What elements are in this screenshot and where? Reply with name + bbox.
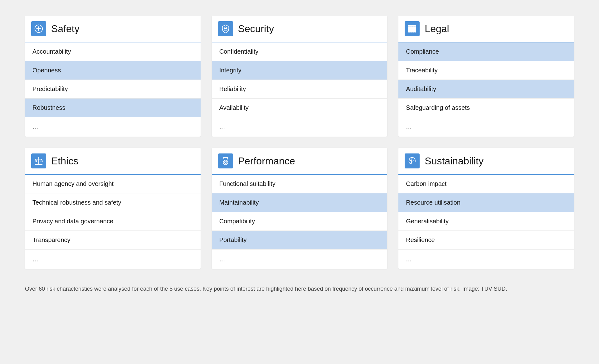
plus-circle-icon bbox=[31, 21, 46, 36]
card-item-ellipsis: ... bbox=[25, 117, 201, 137]
card-header-performance: Performance bbox=[212, 148, 387, 175]
card-item-security-3: Availability bbox=[212, 99, 387, 117]
svg-rect-3 bbox=[224, 28, 227, 31]
card-item-safety-3: Robustness bbox=[25, 99, 201, 117]
svg-rect-7 bbox=[412, 27, 414, 32]
card-item-ellipsis: ... bbox=[398, 250, 574, 269]
shield-lock-icon bbox=[218, 21, 233, 36]
card-ethics: EthicsHuman agency and oversightTechnica… bbox=[25, 148, 201, 269]
card-item-safety-2: Predictability bbox=[25, 80, 201, 99]
medal-icon bbox=[218, 153, 233, 168]
card-item-ellipsis: ... bbox=[212, 250, 387, 269]
card-title-safety: Safety bbox=[51, 23, 80, 35]
card-item-sustainability-2: Generalisability bbox=[398, 212, 574, 231]
svg-rect-8 bbox=[415, 27, 416, 32]
card-items-performance: Functional suitabilityMaintainabilityCom… bbox=[212, 175, 387, 269]
card-items-safety: AccountabilityOpennessPredictabilityRobu… bbox=[25, 42, 201, 137]
card-item-ethics-1: Technical robustness and safety bbox=[25, 193, 201, 212]
card-item-legal-1: Traceability bbox=[398, 61, 574, 80]
card-item-ellipsis: ... bbox=[212, 117, 387, 137]
card-items-sustainability: Carbon impactResource utilisationGeneral… bbox=[398, 175, 574, 269]
card-item-ethics-2: Privacy and data governance bbox=[25, 212, 201, 231]
card-item-performance-2: Compatibility bbox=[212, 212, 387, 231]
categories-grid: SafetyAccountabilityOpennessPredictabili… bbox=[25, 16, 574, 269]
card-item-legal-3: Safeguarding of assets bbox=[398, 99, 574, 117]
card-item-sustainability-1: Resource utilisation bbox=[398, 193, 574, 212]
card-item-performance-0: Functional suitability bbox=[212, 175, 387, 193]
card-item-safety-0: Accountability bbox=[25, 42, 201, 61]
card-title-sustainability: Sustainability bbox=[425, 155, 484, 167]
card-item-legal-2: Auditability bbox=[398, 80, 574, 99]
card-security: SecurityConfidentialityIntegrityReliabil… bbox=[212, 16, 387, 137]
card-items-security: ConfidentialityIntegrityReliabilityAvail… bbox=[212, 42, 387, 137]
card-item-performance-3: Portability bbox=[212, 231, 387, 250]
card-item-ethics-3: Transparency bbox=[25, 231, 201, 250]
card-item-ellipsis: ... bbox=[398, 117, 574, 137]
card-items-legal: ComplianceTraceabilityAuditabilitySafegu… bbox=[398, 42, 574, 137]
card-title-legal: Legal bbox=[425, 23, 449, 35]
leaf-icon bbox=[405, 153, 420, 168]
card-item-ethics-0: Human agency and oversight bbox=[25, 175, 201, 193]
svg-rect-4 bbox=[408, 25, 416, 26]
card-title-performance: Performance bbox=[238, 155, 295, 167]
card-item-safety-1: Openness bbox=[25, 61, 201, 80]
card-item-sustainability-0: Carbon impact bbox=[398, 175, 574, 193]
card-item-legal-0: Compliance bbox=[398, 42, 574, 61]
card-legal: LegalComplianceTraceabilityAuditabilityS… bbox=[398, 16, 574, 137]
card-title-security: Security bbox=[238, 23, 274, 35]
card-item-sustainability-3: Resilience bbox=[398, 231, 574, 250]
card-items-ethics: Human agency and oversightTechnical robu… bbox=[25, 175, 201, 269]
footer-text: Over 60 risk characteristics were analys… bbox=[25, 284, 574, 294]
card-header-ethics: Ethics bbox=[25, 148, 201, 175]
card-performance: PerformanceFunctional suitabilityMaintai… bbox=[212, 148, 387, 269]
card-header-sustainability: Sustainability bbox=[398, 148, 574, 175]
card-item-ellipsis: ... bbox=[25, 250, 201, 269]
card-header-legal: Legal bbox=[398, 16, 574, 42]
svg-rect-5 bbox=[408, 27, 410, 32]
card-header-security: Security bbox=[212, 16, 387, 42]
card-sustainability: SustainabilityCarbon impactResource util… bbox=[398, 148, 574, 269]
card-title-ethics: Ethics bbox=[51, 155, 78, 167]
card-header-safety: Safety bbox=[25, 16, 201, 42]
svg-rect-6 bbox=[411, 27, 412, 32]
card-item-security-1: Integrity bbox=[212, 61, 387, 80]
columns-icon bbox=[405, 21, 420, 36]
svg-point-13 bbox=[224, 161, 227, 164]
card-item-performance-1: Maintainability bbox=[212, 193, 387, 212]
scales-icon bbox=[31, 153, 46, 168]
card-item-security-2: Reliability bbox=[212, 80, 387, 99]
svg-point-12 bbox=[223, 160, 228, 165]
card-item-security-0: Confidentiality bbox=[212, 42, 387, 61]
card-safety: SafetyAccountabilityOpennessPredictabili… bbox=[25, 16, 201, 137]
